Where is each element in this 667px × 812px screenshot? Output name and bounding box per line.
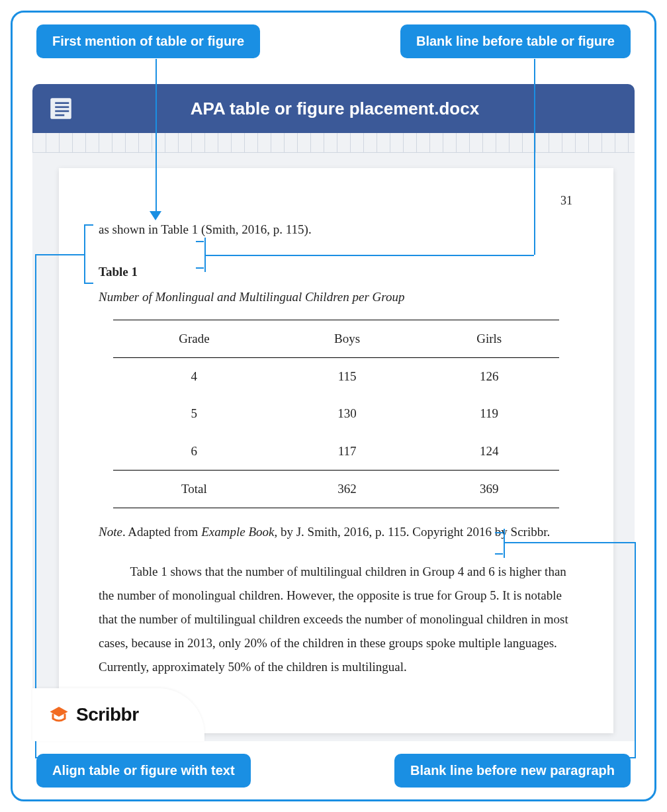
table-row: 4 115 126 (113, 358, 560, 396)
arrowhead-icon (150, 211, 161, 220)
table-row: 6 117 124 (113, 433, 560, 471)
note-label: Note (99, 525, 122, 539)
bracket-tick (84, 283, 93, 284)
table-row: 5 130 119 (113, 395, 560, 432)
callout-align-table: Align table or figure with text (36, 754, 251, 788)
note-book-title: Example Book (201, 525, 274, 539)
word-icon (47, 95, 75, 122)
table-cell: 130 (275, 395, 419, 432)
table-cell: Total (113, 470, 276, 508)
table-header: Boys (275, 320, 419, 358)
table-cell: 362 (275, 470, 419, 508)
bracket-align (84, 224, 85, 284)
callout-blank-before-paragraph: Blank line before new paragraph (394, 754, 631, 788)
callout-row-bottom: Align table or figure with text Blank li… (13, 754, 654, 788)
table-cell: 117 (275, 433, 419, 471)
bracket-tick (84, 224, 93, 226)
scribbr-brand-text: Scribbr (76, 704, 139, 725)
ruler (32, 133, 635, 153)
connector-line (505, 542, 636, 543)
connector-line (534, 59, 535, 255)
table-cell: 4 (113, 358, 276, 396)
table-total-row: Total 362 369 (113, 470, 560, 508)
table-cell: 126 (419, 358, 560, 396)
page-number: 31 (560, 189, 572, 212)
bracket-tick (196, 241, 204, 242)
bracket-tick (495, 532, 503, 533)
bracket-tick (196, 267, 204, 269)
document-titlebar: APA table or figure placement.docx (32, 84, 635, 133)
diagram-frame: First mention of table or figure Blank l… (11, 11, 656, 801)
callout-first-mention: First mention of table or figure (36, 24, 260, 58)
scribbr-cap-icon (47, 703, 71, 727)
connector-line (35, 254, 84, 255)
callout-row-top: First mention of table or figure Blank l… (13, 24, 654, 58)
body-paragraph: Table 1 shows that the number of multili… (99, 560, 574, 679)
note-text-before: . Adapted from (122, 525, 201, 539)
data-table: Grade Boys Girls 4 115 126 5 130 119 6 (113, 320, 560, 508)
intro-line: as shown in Table 1 (Smith, 2016, p. 115… (99, 218, 574, 242)
bracket-blank-paragraph (504, 529, 505, 558)
table-title: Number of Monlingual and Multilingual Ch… (99, 285, 574, 309)
table-label: Table 1 (99, 260, 574, 284)
table-cell: 6 (113, 433, 276, 471)
table-cell: 369 (419, 470, 560, 508)
scribbr-logo: Scribbr (32, 688, 204, 741)
bracket-blank-line (204, 238, 206, 272)
svg-rect-4 (55, 114, 64, 116)
svg-rect-1 (55, 102, 69, 104)
table-header: Girls (419, 320, 560, 358)
arrow-line (156, 59, 157, 211)
connector-line (35, 254, 36, 757)
bracket-tick (495, 553, 503, 555)
svg-rect-2 (55, 107, 69, 109)
note-text-after: , by J. Smith, 2016, p. 115. Copyright 2… (274, 525, 550, 539)
table-cell: 115 (275, 358, 419, 396)
table-cell: 5 (113, 395, 276, 432)
document-title: APA table or figure placement.docx (75, 99, 595, 119)
svg-rect-3 (55, 111, 69, 113)
connector-line (635, 542, 636, 757)
table-header: Grade (113, 320, 276, 358)
table-cell: 124 (419, 433, 560, 471)
connector-line (204, 255, 534, 256)
callout-blank-before-table: Blank line before table or figure (400, 24, 631, 58)
table-cell: 119 (419, 395, 560, 432)
document-page: 31 as shown in Table 1 (Smith, 2016, p. … (59, 168, 613, 733)
table-header-row: Grade Boys Girls (113, 320, 560, 358)
